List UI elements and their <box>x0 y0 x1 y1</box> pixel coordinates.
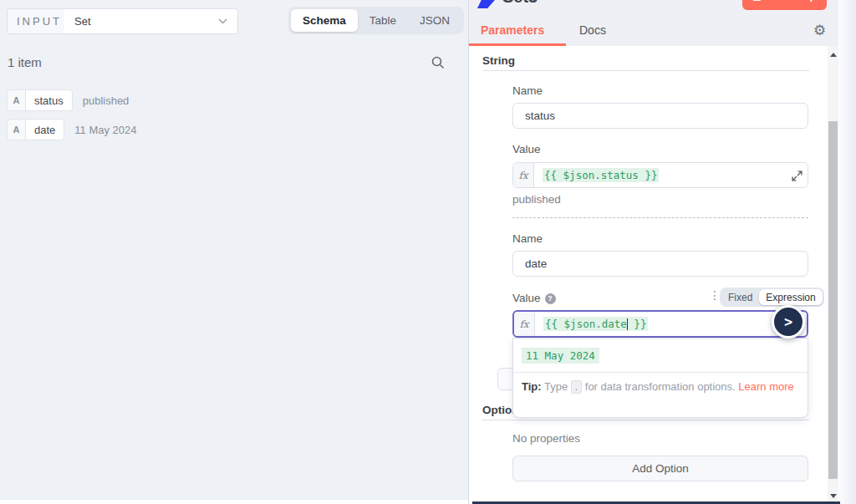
triangle-down-icon <box>830 494 837 498</box>
name-input-2-value: date <box>525 257 547 270</box>
input-panel-label: INPUT <box>7 8 72 34</box>
value-label-2: Value? <box>512 292 556 304</box>
dot-key-badge: . <box>571 380 582 394</box>
input-node-selector-value: Set <box>74 15 91 28</box>
n8n-node-detail-view: INPUT Set Schema Table JSON 1 item A sta… <box>0 0 856 504</box>
schema-field-value: 11 May 2024 <box>74 124 136 136</box>
string-type-icon: A <box>7 119 26 140</box>
scrollbar-down-button[interactable] <box>828 489 838 502</box>
assistant-bubble-icon[interactable]: > <box>772 305 805 339</box>
value-label-2-text: Value <box>512 292 541 304</box>
input-view-tabs: Schema Table JSON <box>288 7 464 34</box>
tab-schema[interactable]: Schema <box>291 9 358 32</box>
node-settings-panel: Set3 Test step Parameters Docs ⚙ String … <box>469 0 838 504</box>
add-option-button[interactable]: Add Option <box>512 456 808 481</box>
section-heading-string: String <box>482 54 515 67</box>
expression-before-cursor: {{ $json.date <box>545 318 627 330</box>
canvas-edge-strip <box>838 0 856 504</box>
input-panel: INPUT Set Schema Table JSON 1 item A sta… <box>0 0 469 504</box>
fixed-expression-toggle: Fixed Expression <box>720 288 824 307</box>
name-label-2: Name <box>512 232 543 245</box>
value-expression-input-1[interactable]: fx {{ $json.status }} <box>512 162 808 188</box>
section-divider <box>482 70 809 71</box>
test-step-button[interactable]: Test step <box>742 0 827 10</box>
tab-json[interactable]: JSON <box>408 9 461 32</box>
help-icon[interactable]: ? <box>545 293 556 304</box>
test-step-label: Test step <box>767 0 816 2</box>
name-input-2[interactable]: date <box>512 251 808 277</box>
section-divider <box>482 420 809 420</box>
kebab-menu-icon[interactable]: ⋮ <box>709 288 721 302</box>
parameters-content: String Name status Value fx {{ $json.sta… <box>469 46 828 504</box>
schema-field-row: A status published <box>7 89 129 111</box>
field-divider <box>512 217 808 218</box>
triangle-up-icon <box>830 53 837 57</box>
panel-footer-strip <box>0 500 468 504</box>
gear-icon[interactable]: ⚙ <box>813 22 826 39</box>
toggle-fixed[interactable]: Fixed <box>721 289 759 305</box>
value-label-1: Value <box>512 143 541 155</box>
schema-field-value: published <box>83 94 130 107</box>
name-input-1-value: status <box>525 109 555 122</box>
tip-text: Type <box>544 380 568 393</box>
expand-expression-icon[interactable] <box>792 170 802 185</box>
dropdown-tip: Tip: Type . for data transformation opti… <box>522 379 801 395</box>
toggle-expression[interactable]: Expression <box>759 289 822 305</box>
value-expression-input-2[interactable]: fx {{ $json.date }} <box>512 310 808 338</box>
flask-icon <box>752 0 762 1</box>
input-node-selector[interactable]: Set <box>64 8 238 34</box>
tab-parameters[interactable]: Parameters <box>481 23 544 37</box>
fx-prefix: fx <box>513 163 534 187</box>
dropdown-divider <box>513 372 808 373</box>
schema-field-name[interactable]: date <box>26 119 64 140</box>
tip-label: Tip: <box>522 380 542 393</box>
no-properties-text: No properties <box>512 432 580 445</box>
name-input-1[interactable]: status <box>512 103 808 129</box>
tab-docs[interactable]: Docs <box>579 23 606 37</box>
item-count: 1 item <box>8 55 42 69</box>
expression-autocomplete-dropdown: 11 May 2024 Tip: Type . for data transfo… <box>512 338 808 418</box>
chevron-down-icon <box>218 18 227 24</box>
expression-text: {{ $json.status }} <box>543 168 659 182</box>
scrollbar-up-button[interactable] <box>828 48 838 61</box>
scrollbar-thumb[interactable] <box>828 121 838 479</box>
string-type-icon: A <box>7 89 26 111</box>
learn-more-link[interactable]: Learn more <box>738 380 793 393</box>
name-label-1: Name <box>512 84 543 97</box>
schema-field-name[interactable]: status <box>26 89 73 111</box>
set-node-icon <box>477 0 496 8</box>
schema-field-row: A date 11 May 2024 <box>7 119 137 140</box>
tab-table[interactable]: Table <box>358 9 408 32</box>
node-title[interactable]: Set3 <box>502 0 538 7</box>
vertical-scrollbar[interactable] <box>828 46 838 504</box>
search-icon[interactable] <box>431 55 447 72</box>
fx-prefix: fx <box>514 312 535 336</box>
expression-result-preview: 11 May 2024 <box>522 348 599 364</box>
tip-rest: for data transformation options. <box>585 380 736 393</box>
expression-after-cursor: }} <box>628 318 647 330</box>
expression-preview-1: published <box>512 193 561 206</box>
expression-text: {{ $json.date }} <box>543 317 648 331</box>
